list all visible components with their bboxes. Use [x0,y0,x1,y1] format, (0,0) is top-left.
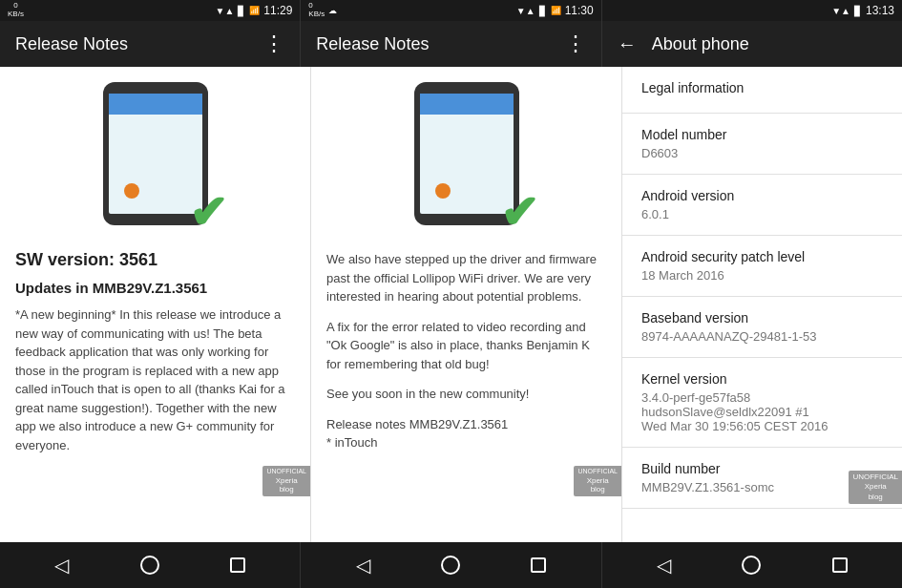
unofficial-badge-1: UNOFFICIAL Xperia blog [262,466,310,496]
about-value-build: MMB29V.Z1.3561-somc [641,480,883,494]
nav-panel-3: ◁ [602,542,902,588]
app-bars: Release Notes ⋮ Release Notes ⋮ ← About … [0,21,902,67]
xperia-label-1: Xperia [266,476,306,486]
recents-nav-btn-3[interactable] [832,557,848,573]
app-bar-2: Release Notes ⋮ [301,21,601,67]
about-value-android: 6.0.1 [641,207,883,221]
back-nav-btn-1[interactable]: ◁ [54,554,69,577]
back-nav-btn-2[interactable]: ◁ [356,554,370,577]
phone-orange-dot-1 [124,183,139,199]
about-item-security: Android security patch level 18 March 20… [622,236,902,297]
status-panel-1: 0KB/s ▼▲ ▊ 📶 11:29 [0,0,301,21]
menu-icon-1[interactable]: ⋮ [263,32,284,56]
time-1: 11:29 [263,4,292,17]
about-value-kernel: 3.4.0-perf-ge57fa58 hudsonSlave@seldlx22… [641,390,883,433]
app-bar-1: Release Notes ⋮ [0,21,301,67]
nav-bar: ◁ ◁ ◁ [0,542,902,588]
status-panel-2: 0KB/s ☁ ▼▲ ▊ 📶 11:30 [301,0,601,21]
unofficial-label-1: UNOFFICIAL [266,468,306,475]
checkmark-1: ✔ [189,185,227,239]
kb-indicator-2: 0KB/s [308,2,325,19]
app-bar-3: ← About phone [602,21,902,67]
release-text-2c: See you soon in the new community! [326,385,606,404]
about-label-android: Android version [641,188,883,203]
unofficial-badge-2: UNOFFICIAL Xperia blog [574,466,621,496]
status-right-3: ▼▲ ▊ 13:13 [831,4,894,17]
battery-icon-1: ▊ [238,6,245,16]
release-notes-panel-2: ✔ We also have stepped up the driver and… [311,67,622,542]
nav-panel-1: ◁ [0,542,301,588]
blog-label-1: blog [266,485,306,494]
status-left-1: 0KB/s [8,2,24,19]
phone-screen-bar-1 [109,94,202,115]
wifi-signal-icon-2: ▼▲ [516,6,535,16]
battery-icon-2: ▊ [539,6,547,16]
about-label-model: Model number [641,127,883,142]
about-label-security: Android security patch level [641,249,883,264]
home-nav-btn-2[interactable] [441,556,460,575]
status-bar: 0KB/s ▼▲ ▊ 📶 11:29 0KB/s ☁ ▼▲ ▊ 📶 11:30 … [0,0,902,21]
about-item-android: Android version 6.0.1 [622,175,902,236]
about-value-model: D6603 [641,146,883,160]
main-content: ✔ SW version: 3561 Updates in MMB29V.Z1.… [0,67,902,542]
app-bar-title-3: About phone [652,34,887,54]
time-3: 13:13 [866,4,894,17]
app-bar-title-2: Release Notes [316,34,564,54]
about-item-build: Build number MMB29V.Z1.3561-somc UNOFFIC… [622,448,902,509]
back-button-3[interactable]: ← [618,33,637,55]
about-value-baseband: 8974-AAAAANAZQ-29481-1-53 [641,329,883,344]
release-notes-label-2: Release notes MMB29V.Z1.3561 [326,415,606,434]
status-right-2: ▼▲ ▊ 📶 11:30 [516,4,594,17]
release-text-1: *A new beginning* In this release we int… [15,305,295,454]
blog-label-2: blog [577,485,618,494]
phone-screen-bar-2 [420,94,514,115]
about-value-security: 18 March 2016 [641,268,883,283]
back-nav-btn-3[interactable]: ◁ [657,554,671,577]
about-item-kernel: Kernel version 3.4.0-perf-ge57fa58 hudso… [622,358,902,448]
release-notes-panel-1: ✔ SW version: 3561 Updates in MMB29V.Z1.… [0,67,311,542]
about-item-baseband: Baseband version 8974-AAAAANAZQ-29481-1-… [622,297,902,358]
about-label-build: Build number [641,461,883,476]
cloud-icon-2: ☁ [328,6,337,15]
wifi-signal-icon-1: ▼▲ [216,6,235,16]
app-bar-title-1: Release Notes [15,34,263,54]
status-right-1: ▼▲ ▊ 📶 11:29 [216,4,293,17]
phone-illustration-1: ✔ [94,82,218,235]
wifi-signal-icon-3: ▼▲ [831,6,850,16]
about-label-baseband: Baseband version [641,310,883,326]
checkmark-2: ✔ [500,185,538,239]
phone-illustration-container-1: ✔ [15,82,295,235]
release-text-2b: A fix for the error related to video rec… [326,318,606,374]
about-phone-panel: Legal information Model number D6603 And… [622,67,902,542]
intouch-label-2: * inTouch [326,433,606,452]
sw-version: SW version: 3561 [15,250,295,270]
home-nav-btn-3[interactable] [742,556,761,575]
about-label-legal: Legal information [641,80,883,95]
sim-icon-1: 📶 [249,6,260,15]
home-nav-btn-1[interactable] [140,556,159,575]
phone-illustration-container-2: ✔ [326,82,606,235]
recents-nav-btn-1[interactable] [230,557,245,573]
nav-panel-2: ◁ [301,542,601,588]
status-panel-3: ▼▲ ▊ 13:13 [602,0,902,21]
release-text-2a: We also have stepped up the driver and f… [326,250,606,306]
time-2: 11:30 [565,4,594,17]
xperia-label-2: Xperia [577,476,618,486]
phone-orange-dot-2 [435,183,451,199]
about-item-model: Model number D6603 [622,114,902,175]
update-title: Updates in MMB29V.Z1.3561 [15,280,295,296]
phone-illustration-2: ✔ [405,82,529,235]
battery-icon-3: ▊ [854,6,862,16]
sim-icon-2: 📶 [551,6,561,15]
about-item-legal[interactable]: Legal information [622,67,902,114]
unofficial-badge-3: UNOFFICIALXperiablog [849,471,902,504]
about-label-kernel: Kernel version [641,371,883,387]
status-left-2: 0KB/s ☁ [308,2,337,19]
unofficial-label-2: UNOFFICIAL [577,468,618,475]
recents-nav-btn-2[interactable] [531,557,546,573]
menu-icon-2[interactable]: ⋮ [565,32,586,56]
kb-indicator-1: 0KB/s [8,2,24,19]
